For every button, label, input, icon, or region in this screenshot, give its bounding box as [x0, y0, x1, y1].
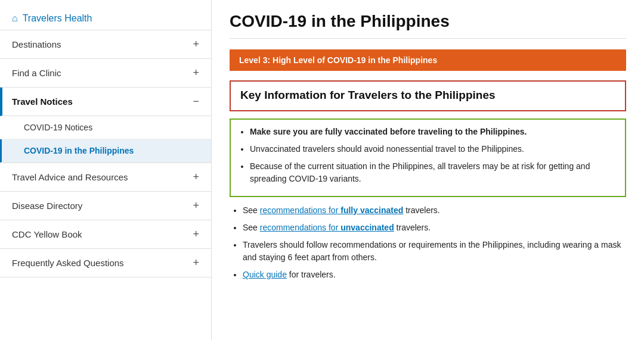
green-bullet-3: Because of the current situation in the …	[250, 160, 615, 185]
sidebar-item-travel-advice-label: Travel Advice and Resources	[12, 172, 128, 182]
outer-bullet-1-suffix: travelers.	[405, 205, 440, 215]
sidebar-item-travel-notices[interactable]: Travel Notices −	[0, 88, 211, 116]
green-bullet-1-text: Make sure you are fully vaccinated befor…	[250, 127, 527, 136]
quick-guide-link[interactable]: Quick guide	[243, 270, 287, 279]
green-bullet-list: Make sure you are fully vaccinated befor…	[237, 126, 615, 185]
plus-icon-faq: +	[193, 257, 199, 269]
sidebar-sub-covid-notices[interactable]: COVID-19 Notices	[0, 116, 211, 139]
fully-vaccinated-link[interactable]: recommendations for fully vaccinated	[260, 205, 403, 215]
sidebar-item-travel-notices-label: Travel Notices	[12, 96, 73, 107]
outer-bullet-4: Quick guide for travelers.	[243, 269, 626, 281]
sidebar-sub-covid-philippines-label: COVID-19 in the Philippines	[24, 146, 134, 155]
unvaccinated-link[interactable]: recommendations for unvaccinated	[260, 223, 394, 232]
sidebar-item-travel-advice[interactable]: Travel Advice and Resources +	[0, 163, 211, 192]
green-bullet-1: Make sure you are fully vaccinated befor…	[250, 126, 615, 138]
key-info-title: Key Information for Travelers to the Phi…	[240, 89, 615, 102]
outer-bullet-3: Travelers should follow recommendations …	[243, 239, 626, 264]
sidebar-item-destinations-label: Destinations	[12, 39, 61, 49]
outer-bullet-2-suffix: travelers.	[397, 223, 431, 232]
green-bullet-2: Unvaccinated travelers should avoid none…	[250, 143, 615, 155]
outer-bullet-4-suffix: for travelers.	[289, 270, 336, 279]
sidebar-item-cdc-yellow-book-label: CDC Yellow Book	[12, 229, 82, 239]
sidebar-submenu-travel-notices: COVID-19 Notices COVID-19 in the Philipp…	[0, 116, 211, 163]
plus-icon-disease-directory: +	[193, 199, 199, 212]
main-content: COVID-19 in the Philippines Level 3: Hig…	[212, 0, 644, 340]
alert-banner: Level 3: High Level of COVID-19 in the P…	[230, 49, 626, 71]
plus-icon-destinations: +	[193, 38, 199, 51]
sidebar-item-destinations[interactable]: Destinations +	[0, 30, 211, 59]
sidebar-home-label: Travelers Health	[23, 13, 92, 24]
outer-bullet-1: See recommendations for fully vaccinated…	[243, 204, 626, 217]
sidebar-item-find-clinic-label: Find a Clinic	[12, 68, 61, 78]
key-info-box: Key Information for Travelers to the Phi…	[230, 80, 626, 111]
sidebar-home-link[interactable]: ⌂ Travelers Health	[0, 6, 211, 30]
plus-icon-find-clinic: +	[193, 67, 199, 79]
outer-bullet-3-text: Travelers should follow recommendations …	[243, 240, 621, 262]
sidebar-item-disease-directory[interactable]: Disease Directory +	[0, 192, 211, 220]
home-icon: ⌂	[12, 13, 18, 24]
outer-bullet-2-prefix: See	[243, 223, 260, 232]
sidebar-item-find-clinic[interactable]: Find a Clinic +	[0, 59, 211, 88]
sidebar-item-faq-label: Frequently Asked Questions	[12, 258, 124, 268]
outer-bullet-list: See recommendations for fully vaccinated…	[230, 204, 626, 281]
page-title: COVID-19 in the Philippines	[230, 12, 626, 39]
sidebar-sub-covid-notices-label: COVID-19 Notices	[24, 123, 92, 132]
green-box: Make sure you are fully vaccinated befor…	[230, 118, 626, 197]
sidebar-sub-covid-philippines[interactable]: COVID-19 in the Philippines	[0, 139, 211, 163]
outer-bullet-1-prefix: See	[243, 205, 260, 215]
minus-icon-travel-notices: −	[193, 95, 199, 108]
plus-icon-travel-advice: +	[193, 171, 199, 183]
sidebar: ⌂ Travelers Health Destinations + Find a…	[0, 0, 212, 340]
sidebar-item-disease-directory-label: Disease Directory	[12, 201, 82, 211]
sidebar-item-faq[interactable]: Frequently Asked Questions +	[0, 249, 211, 277]
outer-bullet-2: See recommendations for unvaccinated tra…	[243, 222, 626, 234]
plus-icon-cdc-yellow-book: +	[193, 228, 199, 241]
sidebar-item-cdc-yellow-book[interactable]: CDC Yellow Book +	[0, 220, 211, 249]
